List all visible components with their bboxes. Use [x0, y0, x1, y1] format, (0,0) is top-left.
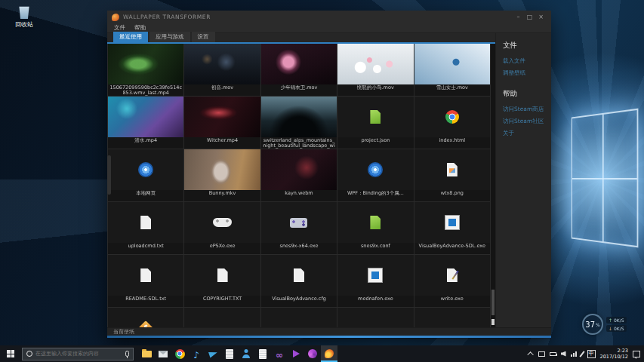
volume-icon[interactable] — [561, 351, 566, 357]
link-about[interactable]: 关于 — [503, 130, 544, 137]
recycle-bin-icon — [19, 5, 30, 19]
file-name: 少年锦衣卫.mov — [261, 84, 337, 96]
tray-expand-chevron-icon[interactable] — [527, 351, 533, 357]
upload-speed: 0K/S — [606, 317, 627, 324]
telegram-icon — [208, 349, 218, 357]
search-input[interactable] — [35, 351, 122, 357]
file-item[interactable]: VisualBoyAdvance-SDL.exe — [414, 202, 491, 255]
grid-left-scroll-handle[interactable] — [107, 155, 111, 195]
taskbar-app-browser[interactable] — [304, 345, 321, 362]
file-item[interactable]: 雪山女士.mov — [414, 44, 491, 97]
action-center-icon[interactable] — [633, 351, 640, 357]
file-item[interactable]: uploadcmd.txt — [108, 202, 184, 255]
file-item-empty — [261, 308, 337, 327]
link-adjust-wallpaper[interactable]: 调整壁纸 — [503, 69, 544, 77]
link-load-file[interactable]: 载入文件 — [503, 57, 544, 65]
file-item[interactable]: 潜水.mp4 — [108, 97, 184, 149]
text-file-icon — [184, 255, 260, 296]
memory-usage-gauge[interactable]: 37 % — [582, 314, 603, 335]
taskbar-search-box[interactable] — [22, 348, 134, 360]
thumbnail — [184, 149, 260, 190]
file-item[interactable]: ePSXe.exe — [184, 202, 260, 255]
file-item[interactable]: mednafen.exe — [337, 255, 414, 308]
file-name: uploadcmd.txt — [108, 243, 183, 254]
pen-icon[interactable] — [579, 351, 584, 357]
file-item[interactable]: kayn.webm — [261, 149, 337, 202]
app-exe-icon — [337, 255, 413, 296]
thumbnail — [184, 44, 260, 84]
bottom-progress-bar — [107, 336, 551, 338]
file-item[interactable]: Bunny.mkv — [184, 149, 260, 202]
file-item[interactable]: 少年锦衣卫.mov — [261, 44, 337, 97]
thumbnail — [261, 149, 337, 190]
start-button[interactable] — [0, 345, 21, 362]
taskbar-clock[interactable]: 2:23 2017/10/12 — [600, 348, 628, 360]
taskbar-app-chrome[interactable] — [171, 345, 188, 362]
link-steam-community[interactable]: 访问Steam社区 — [503, 118, 544, 125]
taskbar-app-visual-studio[interactable] — [271, 345, 288, 362]
microphone-icon[interactable] — [125, 351, 129, 357]
taskbar-app-wallpaper-transformer[interactable] — [321, 345, 337, 362]
titlebar[interactable]: WALLPAPER TRANSFORMER – □ × — [107, 11, 551, 23]
text-file-icon — [108, 255, 183, 296]
file-item[interactable]: wtx8.png — [414, 149, 491, 202]
monitor-icon[interactable] — [538, 351, 545, 357]
taskbar-app-file-explorer[interactable] — [138, 345, 155, 362]
taskbar-app-mail[interactable] — [155, 345, 171, 362]
thumbnail — [414, 44, 490, 84]
recycle-bin-desktop-icon[interactable]: 回收站 — [8, 5, 41, 29]
file-item[interactable]: switzerland_alps_mountains_night_beautif… — [261, 97, 337, 149]
scrollbar-button[interactable] — [491, 319, 495, 325]
taskbar-app-media-player[interactable] — [288, 345, 304, 362]
file-item[interactable]: index.html — [414, 97, 491, 149]
thumbnail — [337, 44, 413, 84]
network-icon[interactable] — [571, 351, 577, 357]
minimize-button[interactable]: – — [513, 11, 524, 23]
tab-apps-games[interactable]: 应用与游戏 — [149, 32, 190, 42]
file-item[interactable]: WPF：Binding的3个属... — [337, 149, 414, 202]
taskbar-app-telegram[interactable] — [205, 345, 221, 362]
desktop: 回收站 WALLPAPER TRANSFORMER – □ × 文件 帮助 最近… — [0, 0, 644, 362]
file-item[interactable]: project.json — [337, 97, 414, 149]
taskbar-app-music[interactable] — [188, 345, 205, 362]
file-item[interactable]: README-SDL.txt — [108, 255, 184, 308]
memory-usage-value: 37 — [585, 321, 595, 329]
file-item[interactable]: 本地网页 — [108, 149, 184, 202]
file-name: Bunny.mkv — [184, 190, 260, 201]
file-item[interactable]: Witcher.mp4 — [184, 97, 260, 149]
file-item[interactable]: 150672099590bc2c39fe514c853.wmv_last.mp4 — [108, 44, 184, 97]
file-item[interactable] — [108, 308, 184, 327]
file-name: COPYRIGHT.TXT — [184, 296, 260, 307]
file-name: 潜水.mp4 — [108, 137, 183, 149]
file-name: project.json — [337, 137, 413, 149]
notepad-icon — [259, 349, 267, 359]
battery-icon[interactable] — [550, 352, 556, 356]
performance-widget[interactable]: 37 % 0K/S 0K/S — [582, 314, 627, 335]
link-steam-store[interactable]: 访问Steam商店 — [503, 106, 544, 113]
tab-settings[interactable]: 设置 — [192, 32, 215, 42]
grid-scrollbar[interactable] — [491, 44, 495, 327]
memory-usage-unit: % — [596, 322, 600, 327]
file-item[interactable]: VisualBoyAdvance.cfg — [261, 255, 337, 308]
tab-recent[interactable]: 最近使用 — [113, 32, 148, 42]
taskbar-app-calculator[interactable] — [221, 345, 238, 362]
close-button[interactable]: × — [535, 11, 547, 23]
maximize-button[interactable]: □ — [524, 11, 535, 23]
taskbar-app-notepad[interactable] — [254, 345, 271, 362]
status-text: 当前壁纸 — [113, 328, 134, 336]
scrollbar-thumb[interactable] — [491, 290, 495, 315]
file-item[interactable]: snes9x-x64.exe — [261, 202, 337, 255]
menu-help[interactable]: 帮助 — [134, 24, 146, 32]
file-item[interactable]: snes9x.conf — [337, 202, 414, 255]
tab-bar: 最近使用 应用与游戏 设置 — [107, 33, 495, 44]
file-item[interactable]: write.exe — [414, 255, 491, 308]
taskbar-app-contacts[interactable] — [238, 345, 254, 362]
sidebar-file-heading: 文件 — [503, 41, 544, 51]
file-item-empty — [414, 308, 491, 327]
menu-file[interactable]: 文件 — [114, 24, 125, 32]
file-item[interactable]: COPYRIGHT.TXT — [184, 255, 260, 308]
conf-file-icon — [337, 202, 413, 243]
file-item[interactable]: 愤怒的小鸟.mov — [337, 44, 414, 97]
file-item[interactable]: 初音.mov — [184, 44, 260, 97]
ime-indicator[interactable]: 中 — [587, 350, 596, 358]
